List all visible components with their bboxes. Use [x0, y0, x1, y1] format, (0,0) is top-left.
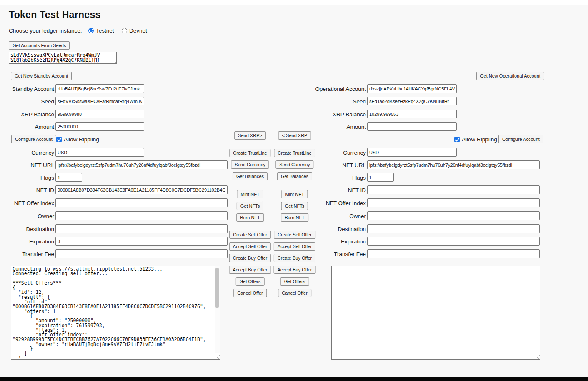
standby-flags-input[interactable] — [55, 173, 82, 182]
get-new-operational-account-button[interactable]: Get New Operational Account — [476, 72, 544, 80]
get-accounts-from-seeds-button[interactable]: Get Accounts From Seeds — [9, 41, 70, 50]
standby-burn-nft-button[interactable]: Burn NFT — [236, 213, 264, 222]
get-new-standby-account-button[interactable]: Get New Standby Account — [11, 72, 72, 80]
scrollbar-track[interactable] — [215, 266, 220, 353]
standby-expiration-label: Expiration — [0, 238, 54, 245]
standby-mint-nft-button[interactable]: Mint NFT — [237, 190, 263, 198]
devnet-radio-label[interactable]: Devnet — [129, 28, 147, 34]
operational-allow-rippling-label[interactable]: Allow Rippling — [462, 136, 497, 143]
standby-nft-offer-index-input[interactable] — [55, 198, 228, 207]
standby-owner-input[interactable] — [55, 211, 228, 220]
token-test-harness-page: Token Test Harness Choose your ledger in… — [0, 0, 588, 381]
operational-amount-label: Amount — [271, 124, 366, 130]
standby-account-input[interactable] — [55, 84, 144, 93]
operational-currency-label: Currency — [271, 150, 366, 156]
devnet-radio[interactable] — [122, 28, 127, 33]
page-title: Token Test Harness — [9, 9, 101, 20]
operational-account-label: Operational Account — [271, 86, 366, 92]
testnet-radio[interactable] — [88, 28, 94, 33]
testnet-radio-label[interactable]: Testnet — [96, 28, 114, 34]
operational-owner-label: Owner — [271, 213, 366, 219]
operational-xrp-balance-label: XRP Balance — [271, 111, 366, 118]
resize-grip-icon[interactable] — [111, 58, 116, 63]
operational-owner-input[interactable] — [367, 211, 540, 220]
operational-transfer-fee-label: Transfer Fee — [271, 251, 366, 257]
operational-destination-label: Destination — [271, 226, 366, 232]
standby-configure-account-button[interactable]: Configure Account — [11, 135, 56, 143]
standby-nft-offer-index-label: NFT Offer Index — [0, 200, 54, 206]
standby-allow-rippling-label[interactable]: Allow Rippling — [64, 136, 99, 143]
scrollbar-thumb[interactable] — [215, 268, 219, 308]
operational-account-input[interactable] — [367, 84, 457, 93]
standby-destination-label: Destination — [0, 226, 54, 232]
operational-configure-account-button[interactable]: Configure Account — [498, 135, 543, 143]
operational-cancel-offer-button[interactable]: Cancel Offer — [278, 289, 311, 297]
resize-grip-icon[interactable] — [534, 354, 540, 359]
standby-create-buy-offer-button[interactable]: Create Buy Offer — [229, 254, 271, 262]
standby-seed-input[interactable] — [55, 97, 144, 105]
operational-nft-offer-index-input[interactable] — [367, 198, 540, 207]
standby-get-nfts-button[interactable]: Get NFTs — [237, 202, 263, 210]
operational-console-textarea[interactable] — [331, 266, 540, 360]
standby-xrp-balance-input[interactable] — [55, 110, 144, 118]
standby-get-balances-button[interactable]: Get Balances — [233, 172, 268, 180]
operational-expiration-label: Expiration — [271, 238, 366, 245]
standby-accept-buy-offer-button[interactable]: Accept Buy Offer — [229, 266, 271, 274]
operational-transfer-fee-input[interactable] — [367, 249, 540, 258]
standby-nft-url-label: NFT URL — [0, 162, 54, 168]
standby-transfer-fee-input[interactable] — [55, 249, 228, 258]
operational-nft-id-input[interactable] — [367, 185, 540, 194]
seed-line-2: sEdTao2dKsezHzkPq4X2gC7KNuBifHf — [10, 57, 100, 63]
operational-nft-id-label: NFT ID — [271, 187, 366, 193]
standby-owner-label: Owner — [0, 213, 54, 219]
standby-account-label: Standby Account — [0, 86, 54, 92]
operational-flags-input[interactable] — [367, 173, 394, 182]
operational-nft-url-input[interactable] — [367, 160, 540, 169]
standby-accept-sell-offer-button[interactable]: Accept Sell Offer — [229, 242, 271, 251]
operational-get-offers-button[interactable]: Get Offers — [280, 277, 309, 286]
standby-allow-rippling-checkbox[interactable] — [56, 137, 62, 142]
operational-amount-input[interactable] — [367, 122, 457, 131]
standby-create-sell-offer-button[interactable]: Create Sell Offer — [229, 231, 271, 239]
standby-create-trustline-button[interactable]: Create TrustLine — [229, 149, 270, 157]
standby-console-text: Connecting to wss://s.altnet.rippletest.… — [13, 267, 213, 358]
standby-cancel-offer-button[interactable]: Cancel Offer — [233, 289, 267, 297]
bottom-strip — [0, 377, 588, 381]
standby-send-currency-button[interactable]: Send Currency — [231, 160, 269, 169]
standby-expiration-input[interactable] — [55, 237, 228, 246]
operational-allow-rippling-checkbox[interactable] — [454, 137, 460, 142]
standby-xrp-balance-label: XRP Balance — [0, 111, 54, 118]
standby-nft-url-input[interactable] — [55, 160, 228, 169]
standby-currency-label: Currency — [0, 150, 54, 156]
operational-destination-input[interactable] — [367, 224, 540, 233]
ledger-instance-label: Choose your ledger instance: — [9, 28, 92, 34]
operational-nft-offer-index-label: NFT Offer Index — [271, 200, 366, 206]
operational-currency-input[interactable] — [367, 148, 457, 157]
standby-transfer-fee-label: Transfer Fee — [0, 251, 54, 257]
standby-amount-input[interactable] — [55, 122, 144, 131]
standby-console-textarea[interactable]: Connecting to wss://s.altnet.rippletest.… — [11, 266, 220, 360]
standby-send-xrp-button[interactable]: Send XRP> — [234, 131, 266, 140]
top-strip — [0, 0, 588, 5]
operational-xrp-balance-input[interactable] — [367, 110, 457, 118]
standby-destination-input[interactable] — [55, 224, 228, 233]
standby-seed-label: Seed — [0, 98, 54, 105]
operational-console-text — [333, 267, 533, 358]
operational-flags-label: Flags — [271, 175, 366, 181]
standby-nft-id-input[interactable] — [55, 185, 228, 194]
resize-grip-icon[interactable] — [214, 354, 220, 359]
seeds-textarea[interactable]: sEdVVkSsswaXPCvEatRmcarRrq4WmJV sEdTao2d… — [9, 52, 117, 64]
operational-accept-buy-offer-button[interactable]: Accept Buy Offer — [274, 266, 316, 274]
operational-seed-input[interactable] — [367, 97, 457, 105]
operational-seed-label: Seed — [271, 98, 366, 105]
standby-amount-label: Amount — [0, 124, 54, 130]
operational-send-xrp-button[interactable]: < Send XRP — [278, 131, 311, 140]
standby-nft-id-label: NFT ID — [0, 187, 54, 193]
standby-flags-label: Flags — [0, 175, 54, 181]
standby-currency-input[interactable] — [55, 148, 144, 157]
operational-expiration-input[interactable] — [367, 237, 540, 246]
standby-get-offers-button[interactable]: Get Offers — [236, 277, 265, 286]
operational-nft-url-label: NFT URL — [271, 162, 366, 168]
